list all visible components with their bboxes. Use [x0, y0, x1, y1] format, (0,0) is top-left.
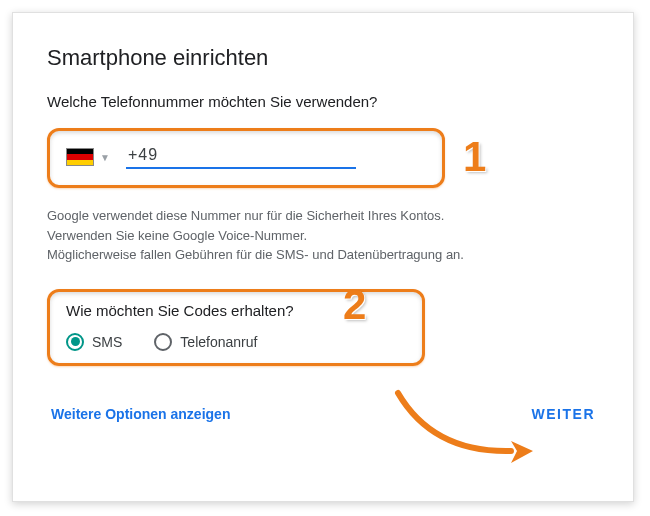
codes-question: Wie möchten Sie Codes erhalten?	[66, 302, 406, 319]
phone-input[interactable]	[126, 145, 360, 165]
bottom-row: Weitere Optionen anzeigen WEITER	[47, 406, 599, 422]
page-title: Smartphone einrichten	[47, 45, 599, 71]
phone-entry-highlight: ▼	[47, 128, 445, 188]
annotation-arrow-icon	[383, 383, 553, 473]
radio-row: SMS Telefonanruf	[66, 333, 406, 351]
phone-input-wrap	[126, 145, 356, 169]
phone-row: ▼	[66, 145, 426, 169]
radio-sms[interactable]: SMS	[66, 333, 122, 351]
radio-unchecked-icon	[154, 333, 172, 351]
radio-call-label: Telefonanruf	[180, 334, 257, 350]
radio-checked-icon	[66, 333, 84, 351]
more-options-link[interactable]: Weitere Optionen anzeigen	[51, 406, 230, 422]
next-button[interactable]: WEITER	[532, 406, 595, 422]
annotation-step-1: 1	[463, 133, 486, 181]
info-line-3: Möglicherweise fallen Gebühren für die S…	[47, 245, 567, 265]
radio-sms-label: SMS	[92, 334, 122, 350]
info-text: Google verwendet diese Nummer nur für di…	[47, 206, 567, 265]
phone-question: Welche Telefonnummer möchten Sie verwend…	[47, 93, 599, 110]
germany-flag-icon	[66, 148, 94, 166]
country-select[interactable]: ▼	[66, 148, 110, 166]
setup-card: Smartphone einrichten Welche Telefonnumm…	[12, 12, 634, 502]
code-method-highlight: Wie möchten Sie Codes erhalten? SMS Tele…	[47, 289, 425, 366]
chevron-down-icon: ▼	[100, 152, 110, 163]
svg-marker-0	[511, 441, 533, 463]
info-line-1: Google verwendet diese Nummer nur für di…	[47, 206, 567, 226]
radio-call[interactable]: Telefonanruf	[154, 333, 257, 351]
info-line-2: Verwenden Sie keine Google Voice-Nummer.	[47, 226, 567, 246]
